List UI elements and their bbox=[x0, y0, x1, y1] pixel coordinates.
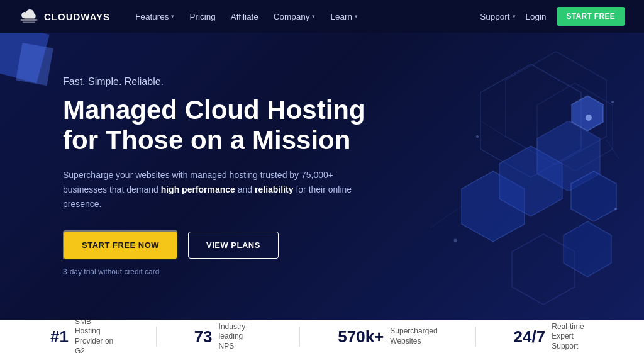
hero-section: Fast. Simple. Reliable. Managed Cloud Ho… bbox=[0, 33, 644, 320]
stat-item-3: 570k+ SuperchargedWebsites bbox=[338, 327, 437, 346]
login-button[interactable]: Login bbox=[526, 12, 547, 21]
hero-bold-1: high performance bbox=[161, 184, 235, 194]
svg-marker-19 bbox=[564, 221, 611, 277]
svg-point-17 bbox=[614, 208, 617, 210]
stat-desc-2: Industry-leadingNPS bbox=[219, 322, 262, 352]
stat-divider-3 bbox=[475, 327, 476, 347]
stats-bar: #1 SMB HostingProvider on G2 73 Industry… bbox=[0, 320, 644, 353]
nav-pricing[interactable]: Pricing bbox=[183, 8, 221, 25]
decorative-rect-2 bbox=[16, 43, 53, 86]
hex-decoration bbox=[317, 45, 619, 310]
view-plans-button[interactable]: VIEW PLANS bbox=[188, 232, 279, 259]
stat-divider-1 bbox=[156, 327, 157, 347]
stat-number-4: 24/7 bbox=[514, 328, 546, 345]
chevron-down-icon: ▾ bbox=[171, 13, 174, 20]
cloudways-logo-icon bbox=[19, 9, 39, 23]
stat-number-3: 570k+ bbox=[338, 328, 384, 345]
nav-learn[interactable]: Learn ▾ bbox=[324, 8, 364, 25]
chevron-down-icon: ▾ bbox=[513, 13, 516, 20]
stat-desc-4: Real-timeExpert Support bbox=[552, 322, 594, 352]
nav-links: Features ▾ Pricing Affiliate Company ▾ L… bbox=[129, 8, 480, 25]
nav-affiliate[interactable]: Affiliate bbox=[225, 8, 265, 25]
chevron-down-icon: ▾ bbox=[312, 13, 315, 20]
logo[interactable]: CLOUDWAYS bbox=[19, 9, 110, 23]
hero-description: Supercharge your websites with managed h… bbox=[63, 168, 352, 211]
stat-item-4: 24/7 Real-timeExpert Support bbox=[514, 322, 594, 352]
svg-point-15 bbox=[611, 101, 614, 103]
stat-divider-2 bbox=[299, 327, 300, 347]
logo-text: CLOUDWAYS bbox=[44, 11, 110, 22]
stat-item-1: #1 SMB HostingProvider on G2 bbox=[50, 317, 118, 353]
support-button[interactable]: Support ▾ bbox=[480, 12, 515, 21]
svg-rect-1 bbox=[23, 21, 35, 23]
nav-right: Support ▾ Login START FREE bbox=[480, 7, 625, 26]
nav-company[interactable]: Company ▾ bbox=[267, 8, 322, 25]
stat-number-2: 73 bbox=[194, 328, 213, 345]
stat-desc-1: SMB HostingProvider on G2 bbox=[75, 317, 118, 353]
stat-number-1: #1 bbox=[50, 328, 69, 345]
svg-point-16 bbox=[454, 239, 457, 242]
svg-line-11 bbox=[480, 121, 506, 137]
stat-item-2: 73 Industry-leadingNPS bbox=[194, 322, 262, 352]
hero-bold-2: reliability bbox=[255, 184, 293, 194]
navbar: CLOUDWAYS Features ▾ Pricing Affiliate C… bbox=[0, 0, 644, 33]
start-free-nav-button[interactable]: START FREE bbox=[557, 7, 625, 26]
svg-point-14 bbox=[476, 135, 479, 138]
nav-features[interactable]: Features ▾ bbox=[129, 8, 180, 25]
svg-point-10 bbox=[586, 115, 592, 121]
svg-rect-0 bbox=[20, 19, 37, 21]
stat-desc-3: SuperchargedWebsites bbox=[390, 327, 437, 346]
svg-line-13 bbox=[430, 206, 462, 228]
chevron-down-icon: ▾ bbox=[355, 13, 358, 20]
start-free-now-button[interactable]: START FREE NOW bbox=[63, 230, 178, 260]
